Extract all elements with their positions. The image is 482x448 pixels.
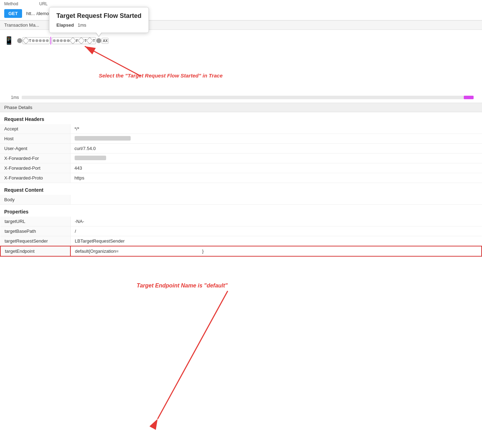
- method-label: Method: [4, 1, 18, 6]
- header-val-accept: */*: [70, 124, 482, 134]
- header-val-xfproto: https: [70, 173, 482, 183]
- pipe-dot-6: [53, 39, 56, 42]
- header-key-accept: Accept: [0, 124, 70, 134]
- table-row-highlighted: targetEndpoint default{Organization= }: [0, 246, 482, 256]
- transaction-map-label: Transaction Ma...: [4, 22, 39, 28]
- blurred-xff: [75, 156, 106, 160]
- prop-val-endpoint: default{Organization= }: [70, 246, 482, 256]
- pipe-dot-1: [32, 39, 35, 42]
- request-content-title: Request Content: [0, 183, 482, 195]
- svg-text:Target Endpoint Name is "defau: Target Endpoint Name is "default": [137, 283, 228, 289]
- blurred-host: [75, 136, 131, 141]
- tooltip-arrow: [96, 33, 102, 37]
- annotation-label: Select the "Target Request Flow Started"…: [99, 73, 222, 79]
- url-label: URL: [39, 1, 48, 6]
- pipe-dot-2: [35, 39, 38, 42]
- tooltip-box: Target Request Flow Started Elapsed 1ms: [49, 7, 149, 33]
- trace-annotation-text: Select the "Target Request Flow Started"…: [99, 73, 222, 79]
- prop-val-sender: LBTargetRequestSender: [70, 236, 482, 246]
- header-key-host: Host: [0, 134, 70, 144]
- pipe-group-1: T: [22, 37, 50, 44]
- header-val-xfport: 443: [70, 163, 482, 173]
- table-row: Accept */*: [0, 124, 482, 134]
- table-row: X-Forwarded-Port 443: [0, 163, 482, 173]
- header-key-xfport: X-Forwarded-Port: [0, 163, 70, 173]
- table-row: targetBasePath /: [0, 226, 482, 236]
- prop-val-basepath: /: [70, 226, 482, 236]
- table-row: X-Forwarded-For: [0, 154, 482, 163]
- prop-key-sender: targetRequestSender: [0, 236, 70, 246]
- phase-section: Phase Details Request Headers Accept */*…: [0, 103, 482, 257]
- trace-area: 📱 T: [0, 30, 482, 103]
- elapsed-value: 1ms: [78, 22, 87, 28]
- timeline-label: 1ms: [8, 95, 19, 100]
- header-key-xfproto: X-Forwarded-Proto: [0, 173, 70, 183]
- prop-key-endpoint: targetEndpoint: [0, 246, 70, 256]
- header-key-useragent: User-Agent: [0, 144, 70, 154]
- pipe-dot-5: [46, 39, 49, 42]
- tooltip-title: Target Request Flow Started: [56, 12, 142, 20]
- pipe-dot-7: [56, 39, 59, 42]
- table-row: X-Forwarded-Proto https: [0, 173, 482, 183]
- pipe-diamond-t[interactable]: [22, 37, 29, 44]
- timeline-fill: [464, 96, 474, 99]
- elapsed-label: Elapsed: [56, 22, 74, 28]
- phase-details-header: Phase Details: [0, 103, 482, 112]
- content-val-body: [70, 195, 482, 205]
- tooltip-container: Target Request Flow Started Elapsed 1ms: [49, 7, 149, 37]
- request-content-table: Body: [0, 195, 482, 205]
- prop-val-targeturl: -NA-: [70, 217, 482, 226]
- page-wrapper: Method URL GET htt... /demo-noactivetarg…: [0, 0, 482, 448]
- pipe-dot-4: [42, 39, 45, 42]
- request-headers-title: Request Headers: [0, 112, 482, 124]
- svg-line-1: [85, 46, 141, 76]
- column-labels: Method URL: [0, 0, 482, 6]
- pipe-dot-3: [39, 39, 42, 42]
- timeline-bar-row: 1ms: [4, 94, 478, 103]
- table-row: Body: [0, 195, 482, 205]
- prop-key-basepath: targetBasePath: [0, 226, 70, 236]
- prop-key-targeturl: targetURL: [0, 217, 70, 226]
- svg-line-3: [158, 291, 228, 419]
- table-row: targetRequestSender LBTargetRequestSende…: [0, 236, 482, 246]
- pipe-highlighted-sep: [50, 37, 51, 45]
- properties-table: targetURL -NA- targetBasePath / targetRe…: [0, 217, 482, 257]
- header-val-useragent: curl/7.54.0: [70, 144, 482, 154]
- properties-title: Properties: [0, 205, 482, 217]
- tooltip-elapsed: Elapsed 1ms: [56, 22, 142, 28]
- annotation-row: Select the "Target Request Flow Started"…: [4, 48, 478, 94]
- request-headers-table: Accept */* Host User-Agent curl/7.54.0 X…: [0, 124, 482, 183]
- method-url-row: GET htt... /demo-noactivetargets Target …: [0, 7, 482, 20]
- get-button[interactable]: GET: [4, 9, 22, 18]
- table-row: User-Agent curl/7.54.0: [0, 144, 482, 154]
- table-row: Host: [0, 134, 482, 144]
- pipe-node-start: [17, 38, 22, 43]
- header-val-host: [70, 134, 482, 144]
- content-key-body: Body: [0, 195, 70, 205]
- header-val-xff: [70, 154, 482, 163]
- timeline-track: [22, 96, 474, 99]
- pipe-label-t1: T: [29, 39, 31, 43]
- device-icon: 📱: [4, 36, 14, 45]
- header-key-xff: X-Forwarded-For: [0, 154, 70, 163]
- table-row: targetURL -NA-: [0, 217, 482, 226]
